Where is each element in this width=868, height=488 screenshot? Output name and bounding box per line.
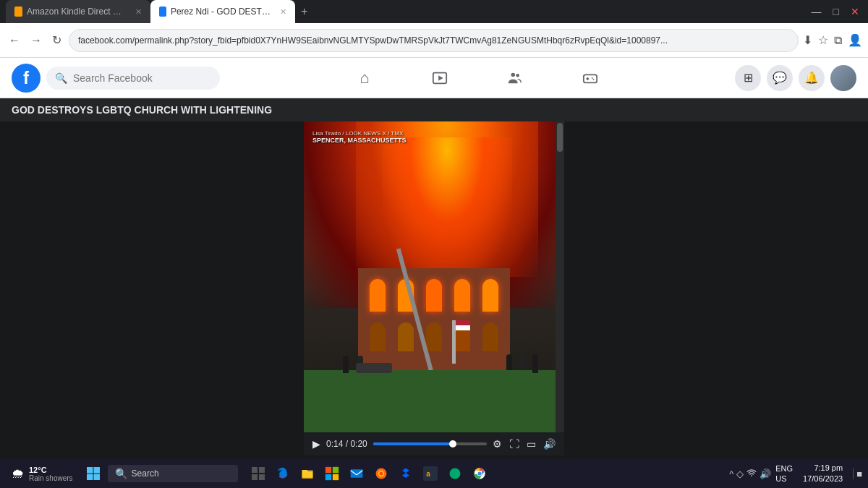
- svg-rect-21: [350, 469, 362, 478]
- tab-fb[interactable]: Perez Ndi - GOD DESTROYS LGB... ✕: [150, 0, 295, 23]
- settings-button[interactable]: ⚙: [493, 438, 502, 450]
- window-b3: [426, 322, 442, 351]
- systray-wifi[interactable]: [746, 468, 757, 480]
- tb-app-taskview[interactable]: [247, 462, 270, 485]
- profile-icon[interactable]: 👤: [848, 33, 862, 47]
- language-indicator[interactable]: ENG US: [775, 463, 793, 484]
- svg-rect-14: [259, 467, 265, 473]
- svg-rect-19: [325, 474, 331, 480]
- grass: [304, 370, 564, 432]
- facebook-search-input[interactable]: [73, 72, 189, 84]
- svg-point-31: [751, 475, 752, 476]
- video-controls-right: ⚙ ⛶ ▭ 🔊: [493, 438, 556, 450]
- overlay-location: SPENCER, MASSACHUSETTS: [312, 137, 407, 144]
- theater-button[interactable]: ▭: [527, 438, 536, 450]
- svg-rect-13: [252, 467, 258, 473]
- windows-logo-icon: [86, 466, 101, 481]
- facebook-search-box[interactable]: 🔍: [46, 67, 220, 90]
- tb-app-store[interactable]: [320, 462, 344, 485]
- video-progress-bar[interactable]: [373, 442, 487, 445]
- fb-grid-button[interactable]: ⊞: [735, 65, 761, 91]
- tab-fb-close[interactable]: ✕: [280, 7, 286, 17]
- svg-rect-12: [93, 474, 100, 481]
- close-button[interactable]: ✕: [848, 6, 862, 17]
- building-windows-top: [365, 279, 503, 312]
- tb-app-edge[interactable]: [271, 462, 294, 485]
- tb-app-explorer[interactable]: [296, 462, 319, 485]
- forward-button[interactable]: →: [27, 31, 45, 50]
- window-controls: — □ ✕: [809, 6, 862, 17]
- taskbar-search-text: Search: [132, 468, 159, 479]
- systray-expand[interactable]: ^: [729, 468, 733, 479]
- minimize-button[interactable]: —: [809, 6, 825, 17]
- address-bar-icons: ⬇ ☆ ⧉ 👤: [803, 33, 862, 47]
- svg-point-3: [516, 74, 519, 77]
- flagpole-small: [452, 320, 456, 364]
- fullscreen-button[interactable]: ⛶: [509, 438, 519, 450]
- svg-rect-11: [87, 474, 93, 481]
- window-4: [454, 279, 470, 312]
- scroll-indicator[interactable]: [556, 121, 564, 432]
- start-button[interactable]: [82, 462, 105, 485]
- video-frame: Lisa Tirado / LOOK NEWS X / TMX SPENCER,…: [304, 121, 564, 432]
- svg-rect-9: [87, 467, 93, 474]
- svg-rect-15: [252, 474, 258, 480]
- tab-kdp-label: Amazon Kindle Direct Publishing: [27, 7, 127, 17]
- play-button[interactable]: ▶: [312, 438, 320, 450]
- tb-app-amazon[interactable]: a: [419, 462, 442, 485]
- facebook-logo: f: [12, 64, 41, 93]
- volume-button[interactable]: 🔊: [543, 438, 556, 450]
- taskbar-right: ^ ◇ 🔊 ENG US 7:19 pm 17/06/2023 ■: [729, 463, 862, 485]
- svg-rect-20: [332, 474, 338, 480]
- svg-marker-1: [438, 75, 443, 80]
- fb-nav-people[interactable]: [479, 61, 551, 95]
- video-container[interactable]: Lisa Tirado / LOOK NEWS X / TMX SPENCER,…: [304, 121, 564, 432]
- svg-rect-17: [325, 467, 331, 473]
- weather-condition: Rain showers: [29, 474, 73, 482]
- reload-button[interactable]: ↻: [49, 30, 64, 50]
- url-input[interactable]: [69, 29, 799, 52]
- address-bar: ← → ↻ ⬇ ☆ ⧉ 👤: [0, 23, 868, 58]
- split-view-icon[interactable]: ⧉: [834, 34, 842, 47]
- fb-nav-home[interactable]: ⌂: [328, 61, 401, 95]
- show-desktop-button[interactable]: ■: [853, 468, 862, 479]
- maximize-button[interactable]: □: [830, 6, 842, 17]
- fb-user-avatar[interactable]: [830, 65, 856, 91]
- building-main: [358, 268, 510, 377]
- facebook-navbar: f 🔍 ⌂ ⊞ 💬 🔔: [0, 58, 868, 98]
- tb-app-dropbox[interactable]: [394, 462, 417, 485]
- building-windows-bottom: [365, 322, 503, 351]
- taskbar-search[interactable]: 🔍 Search: [108, 465, 238, 482]
- fb-favicon: [159, 7, 166, 17]
- weather-icon: 🌧: [12, 466, 25, 481]
- country-code: US: [775, 474, 793, 484]
- systray-icon-1[interactable]: ◇: [736, 468, 744, 479]
- overlay-credit: Lisa Tirado / LOOK NEWS X / TMX: [312, 130, 407, 137]
- fb-notifications-button[interactable]: 🔔: [799, 65, 825, 91]
- svg-text:a: a: [426, 470, 430, 478]
- star-icon[interactable]: ☆: [818, 33, 828, 47]
- weather-temp: 12°C: [29, 466, 73, 474]
- fb-search-icon: 🔍: [55, 72, 67, 84]
- crowd-right: [506, 354, 538, 373]
- back-button[interactable]: ←: [6, 31, 23, 50]
- tb-app-chrome[interactable]: [468, 462, 491, 485]
- fb-nav-watch[interactable]: [404, 61, 476, 95]
- tab-kdp[interactable]: Amazon Kindle Direct Publishing ✕: [6, 0, 150, 23]
- systray-volume[interactable]: 🔊: [760, 468, 771, 479]
- language-code: ENG: [775, 463, 793, 474]
- weather-info: 12°C Rain showers: [29, 466, 73, 482]
- taskbar: 🌧 12°C Rain showers 🔍 Search: [0, 459, 868, 488]
- fb-messenger-button[interactable]: 💬: [767, 65, 793, 91]
- fb-nav-gaming[interactable]: [554, 61, 626, 95]
- video-progress-dot: [449, 440, 456, 448]
- tb-app-green[interactable]: [443, 462, 467, 485]
- download-icon[interactable]: ⬇: [803, 33, 812, 47]
- new-tab-button[interactable]: +: [295, 5, 313, 18]
- tb-app-firefox[interactable]: [370, 462, 393, 485]
- systray: ^ ◇ 🔊: [729, 468, 771, 480]
- tb-app-mail[interactable]: [345, 462, 368, 485]
- tab-kdp-close[interactable]: ✕: [135, 7, 142, 17]
- window-b2: [398, 322, 414, 351]
- system-clock[interactable]: 7:19 pm 17/06/2023: [797, 463, 848, 485]
